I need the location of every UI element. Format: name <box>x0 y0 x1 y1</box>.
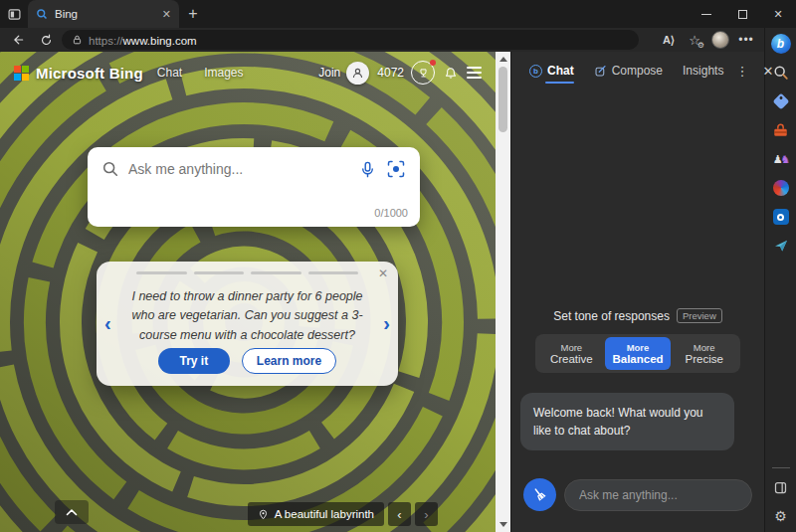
tab-chat-label: Chat <box>547 64 574 78</box>
notification-dot <box>430 60 436 66</box>
suggestion-carousel-card: ✕ ‹ › I need to throw a dinner party for… <box>97 262 398 386</box>
image-prev-button[interactable]: ‹ <box>388 502 411 526</box>
tone-selector-section: Set tone of responses Preview More Creat… <box>511 308 764 373</box>
image-caption-pill[interactable]: A beautiful labyrinth <box>248 502 384 526</box>
tab-chat[interactable]: b Chat <box>521 58 582 84</box>
refresh-button[interactable] <box>34 30 58 50</box>
scrollbar-down-arrow[interactable] <box>499 522 507 527</box>
carousel-prev-icon[interactable]: ‹ <box>104 313 111 333</box>
welcome-message-bubble: Welcome back! What would you like to cha… <box>520 393 734 450</box>
person-icon <box>351 67 364 80</box>
panel-more-icon[interactable]: ⋮ <box>735 64 748 79</box>
url-protocol: https:// <box>89 35 123 47</box>
tone-precise-button[interactable]: More Precise <box>671 337 737 370</box>
image-next-button[interactable]: › <box>415 502 438 526</box>
bing-homepage: Microsoft Bing Chat Images Join 4072 <box>0 52 496 532</box>
rewards-points[interactable]: 4072 <box>377 66 404 80</box>
broom-icon <box>531 486 548 503</box>
image-caption: A beautiful labyrinth <box>275 508 374 520</box>
outlook-icon[interactable] <box>771 207 791 227</box>
nav-chat[interactable]: Chat <box>157 66 182 80</box>
microsoft-365-icon[interactable] <box>771 178 791 198</box>
join-link[interactable]: Join <box>318 66 340 80</box>
tab-insights[interactable]: Insights <box>675 58 731 84</box>
carousel-close-icon[interactable]: ✕ <box>378 266 388 280</box>
lock-icon <box>72 34 83 46</box>
chat-bubble-icon: b <box>529 65 542 78</box>
sidebar-settings-gear-icon[interactable]: ⚙ <box>771 506 791 526</box>
browser-window: Bing ✕ + ✕ https://www.bing.com <box>0 0 796 532</box>
drop-paper-plane-icon[interactable] <box>771 236 791 256</box>
collapse-chevron-up-button[interactable] <box>55 500 89 524</box>
browser-tab-bing[interactable]: Bing ✕ <box>28 0 179 28</box>
settings-more-icon[interactable]: ••• <box>734 30 758 50</box>
chat-input[interactable] <box>564 479 752 511</box>
hamburger-menu-icon[interactable] <box>467 67 482 78</box>
tab-compose[interactable]: Compose <box>586 58 671 84</box>
rewards-trophy-icon[interactable] <box>411 61 435 85</box>
notifications-bell-icon[interactable] <box>444 66 458 81</box>
favorites-icon[interactable]: ☆⚙ <box>683 30 706 50</box>
account-avatar[interactable] <box>346 62 369 85</box>
char-counter: 0/1000 <box>374 207 408 219</box>
bing-chat-panel: b Chat Compose Insights ⋮ ✕ <box>510 52 764 532</box>
new-tab-button[interactable]: + <box>179 0 207 28</box>
visual-search-icon[interactable] <box>386 159 406 179</box>
progress-segment <box>136 271 187 274</box>
search-input[interactable] <box>128 161 349 177</box>
bing-favicon <box>36 8 48 20</box>
tab-compose-label: Compose <box>612 64 663 78</box>
scrollbar-up-arrow[interactable] <box>499 57 507 62</box>
back-button[interactable] <box>6 30 30 50</box>
tone-creative-button[interactable]: More Creative <box>538 337 605 370</box>
tab-title: Bing <box>55 8 155 20</box>
shopping-tag-icon[interactable] <box>771 91 791 111</box>
location-pin-icon <box>258 508 269 521</box>
customize-sidebar-icon[interactable] <box>771 477 791 497</box>
window-maximize-button[interactable] <box>724 0 760 28</box>
tone-title: Set tone of responses <box>553 309 670 323</box>
progress-segment <box>194 271 245 274</box>
bing-brand[interactable]: Microsoft Bing <box>36 65 143 82</box>
search-box-card: 0/1000 <box>88 147 420 227</box>
favorites-gear-icon: ⚙ <box>697 41 704 50</box>
games-chess-icon[interactable]: ♟♞ <box>771 149 791 169</box>
carousel-progress <box>136 271 358 274</box>
learn-more-button[interactable]: Learn more <box>242 348 336 374</box>
window-minimize-button[interactable] <box>689 0 724 28</box>
suggestion-prompt-text: I need to throw a dinner party for 6 peo… <box>130 287 364 345</box>
tone-toggle-group: More Creative More Balanced More Precise <box>535 334 740 373</box>
browser-toolbar: https://www.bing.com A⟩ ☆⚙ ••• <box>0 28 764 52</box>
read-aloud-icon[interactable]: A⟩ <box>657 30 681 50</box>
tab-actions-menu-icon[interactable] <box>0 0 28 28</box>
window-close-button[interactable]: ✕ <box>760 0 796 28</box>
tab-insights-label: Insights <box>683 64 723 78</box>
carousel-next-icon[interactable]: › <box>383 313 390 333</box>
preview-badge: Preview <box>677 308 722 323</box>
sidebar-search-icon[interactable] <box>771 63 791 83</box>
progress-segment <box>251 271 301 274</box>
address-bar[interactable]: https://www.bing.com <box>62 30 639 50</box>
search-icon <box>101 160 119 178</box>
edge-sidebar-rail: b ♟♞ ⚙ <box>764 28 796 532</box>
bing-discover-icon[interactable]: b <box>771 34 791 54</box>
progress-segment <box>308 271 359 274</box>
rail-divider <box>772 467 790 468</box>
bing-header: Microsoft Bing Chat Images Join 4072 <box>0 58 496 88</box>
url-host: www.bing.com <box>123 35 197 47</box>
microsoft-logo <box>14 66 29 81</box>
tone-balanced-button[interactable]: More Balanced <box>605 337 672 370</box>
profile-avatar[interactable] <box>708 30 732 50</box>
compose-icon <box>594 65 607 78</box>
tools-toolbox-icon[interactable] <box>771 120 791 140</box>
microphone-icon[interactable] <box>358 160 377 179</box>
nav-images[interactable]: Images <box>204 66 243 80</box>
new-topic-broom-button[interactable] <box>523 478 556 511</box>
page-scrollbar[interactable] <box>496 52 510 532</box>
title-bar: Bing ✕ + ✕ <box>0 0 796 28</box>
try-it-button[interactable]: Try it <box>158 348 230 374</box>
tab-close-icon[interactable]: ✕ <box>162 8 171 21</box>
scrollbar-thumb[interactable] <box>498 67 507 132</box>
panel-close-icon[interactable]: ✕ <box>762 64 773 79</box>
